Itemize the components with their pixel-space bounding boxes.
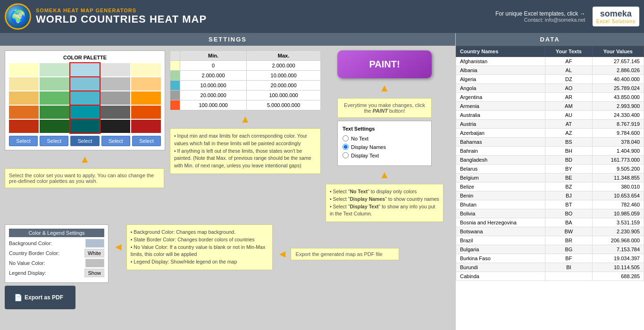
country-value[interactable]: 8.767.919 (592, 120, 644, 129)
country-value[interactable]: 27.657.145 (592, 57, 644, 66)
radio-no-text[interactable]: No Text (343, 135, 427, 141)
minmax-max-4[interactable]: 5.000.000.000 (247, 100, 321, 110)
country-text[interactable]: AL (545, 66, 592, 75)
country-value[interactable]: 206.968.000 (592, 236, 644, 245)
palette-cell-r2-c0[interactable] (9, 91, 39, 105)
country-value[interactable]: 782.460 (592, 200, 644, 209)
country-value[interactable]: 161.773.000 (592, 156, 644, 165)
country-text[interactable]: AM (545, 102, 592, 111)
palette-cell-r4-c0[interactable] (9, 120, 39, 133)
palette-cell-r3-c0[interactable] (9, 106, 39, 119)
palette-cell-r4-c4[interactable] (131, 120, 161, 133)
country-value[interactable]: 9.784.600 (592, 129, 644, 138)
palette-cell-r1-c0[interactable] (9, 77, 39, 91)
country-text[interactable]: BH (545, 147, 592, 156)
palette-cell-r0-c4[interactable] (131, 63, 161, 76)
palette-cell-r3-c3[interactable] (100, 106, 130, 119)
legend-novalue-swatch[interactable] (85, 259, 104, 267)
palette-cell-r1-c2[interactable] (70, 77, 100, 91)
country-value[interactable]: 9.505.200 (592, 165, 644, 173)
country-text[interactable]: BY (545, 165, 592, 173)
minmax-max-3[interactable]: 100.000.000 (247, 91, 321, 100)
country-text[interactable]: BS (545, 138, 592, 147)
export-button[interactable]: 📄 Export as PDF (5, 286, 75, 309)
country-text[interactable]: BI (545, 263, 592, 272)
palette-cell-r2-c2[interactable] (70, 91, 100, 105)
country-text[interactable]: BT (545, 200, 592, 209)
paint-button[interactable]: PAINT! (337, 50, 432, 78)
palette-cell-r2-c1[interactable] (40, 91, 69, 105)
country-text[interactable]: AT (545, 120, 592, 129)
country-value[interactable]: 10.985.059 (592, 209, 644, 218)
country-value[interactable]: 2.886.026 (592, 66, 644, 75)
select-btn-2[interactable]: Select (40, 136, 68, 146)
country-value[interactable]: 1.404.900 (592, 147, 644, 156)
palette-cell-r3-c2[interactable] (70, 106, 100, 119)
country-value[interactable]: 2.993.900 (592, 102, 644, 111)
country-value[interactable]: 2.230.905 (592, 227, 644, 236)
country-text[interactable]: BW (545, 227, 592, 236)
palette-cell-r3-c4[interactable] (131, 106, 161, 119)
radio-no-text-input[interactable] (343, 135, 349, 141)
minmax-max-1[interactable]: 10.000.000 (247, 71, 321, 81)
country-text[interactable]: BJ (545, 191, 592, 200)
palette-cell-r0-c1[interactable] (40, 63, 69, 76)
palette-cell-r1-c4[interactable] (131, 77, 161, 91)
country-value[interactable]: 19.034.397 (592, 254, 644, 263)
palette-cell-r4-c2[interactable] (70, 120, 100, 133)
select-btn-1[interactable]: Select (9, 136, 38, 146)
country-value[interactable]: 688.285 (592, 272, 644, 281)
minmax-min-4[interactable]: 100.000.000 (180, 100, 247, 110)
country-text[interactable]: BG (545, 245, 592, 254)
country-text[interactable]: DZ (545, 75, 592, 84)
palette-cell-r4-c3[interactable] (100, 120, 130, 133)
palette-cell-r0-c0[interactable] (9, 63, 39, 76)
country-value[interactable]: 10.653.654 (592, 191, 644, 200)
country-text[interactable]: BR (545, 236, 592, 245)
legend-display-value[interactable]: Show (84, 269, 104, 277)
minmax-min-1[interactable]: 2.000.000 (180, 71, 247, 81)
country-text[interactable]: BE (545, 173, 592, 182)
radio-display-names[interactable]: Display Names (343, 144, 427, 150)
country-value[interactable]: 10.114.505 (592, 263, 644, 272)
minmax-min-0[interactable]: 0 (180, 61, 247, 71)
minmax-max-0[interactable]: 2.000.000 (247, 61, 321, 71)
palette-cell-r1-c1[interactable] (40, 77, 69, 91)
country-value[interactable]: 11.348.855 (592, 173, 644, 182)
palette-cell-r4-c1[interactable] (40, 120, 69, 133)
palette-cell-r0-c2[interactable] (70, 63, 100, 76)
country-text[interactable]: AF (545, 57, 592, 66)
country-value[interactable]: 43.850.000 (592, 93, 644, 102)
select-btn-3[interactable]: Select (70, 136, 99, 146)
palette-cell-r1-c3[interactable] (100, 77, 130, 91)
country-value[interactable]: 7.153.784 (592, 245, 644, 254)
country-value[interactable]: 40.400.000 (592, 75, 644, 84)
country-text[interactable]: AU (545, 111, 592, 120)
legend-bg-swatch[interactable] (85, 239, 104, 248)
country-value[interactable]: 25.789.024 (592, 84, 644, 93)
country-value[interactable]: 24.330.400 (592, 111, 644, 120)
country-value[interactable]: 380.010 (592, 182, 644, 191)
radio-display-text-input[interactable] (343, 152, 349, 158)
radio-display-text[interactable]: Display Text (343, 152, 427, 158)
radio-display-names-input[interactable] (343, 144, 349, 150)
palette-cell-r2-c3[interactable] (100, 91, 130, 105)
country-text[interactable] (545, 272, 592, 281)
country-text[interactable]: BO (545, 209, 592, 218)
select-btn-4[interactable]: Select (101, 136, 130, 146)
minmax-min-3[interactable]: 20.000.000 (180, 91, 247, 100)
select-btn-5[interactable]: Select (132, 136, 161, 146)
legend-border-value[interactable]: White (84, 249, 104, 257)
country-value[interactable]: 3.531.159 (592, 218, 644, 227)
minmax-min-2[interactable]: 10.000.000 (180, 81, 247, 91)
country-value[interactable]: 378.040 (592, 138, 644, 147)
minmax-max-2[interactable]: 20.000.000 (247, 81, 321, 91)
country-text[interactable]: BA (545, 218, 592, 227)
country-text[interactable]: AZ (545, 129, 592, 138)
header-click-text[interactable]: For unique Excel templates, click → (495, 10, 585, 17)
country-text[interactable]: AR (545, 93, 592, 102)
country-text[interactable]: BZ (545, 182, 592, 191)
palette-cell-r3-c1[interactable] (40, 106, 69, 119)
country-text[interactable]: BD (545, 156, 592, 165)
country-text[interactable]: BF (545, 254, 592, 263)
